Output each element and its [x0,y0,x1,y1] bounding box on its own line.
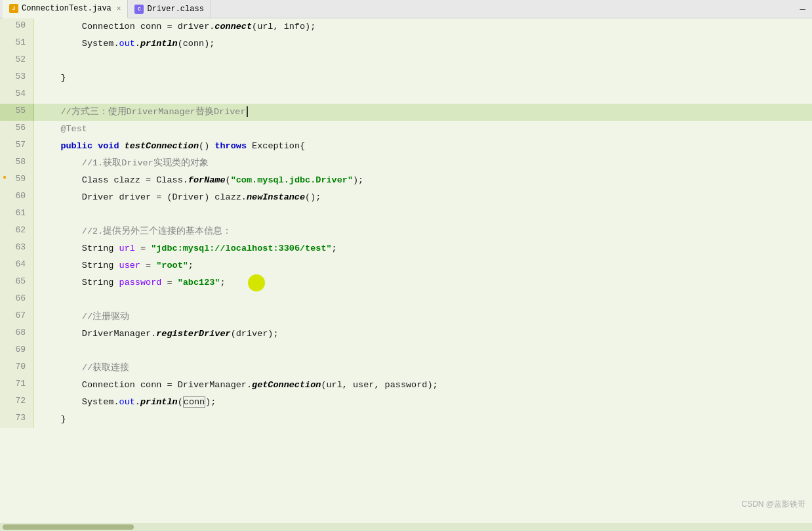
watermark: CSDN @蓝影铁哥 [741,499,805,510]
table-row: 51 System.out.println(conn); [0,35,812,53]
line-number: 66 [0,291,34,308]
java-file-icon: J [9,4,18,13]
line-number: 56 [0,121,34,138]
line-content: Class clazz = Class.forName("com.mysql.j… [34,172,812,189]
line-content: //方式三：使用DriverManager替换Driver [34,104,812,121]
table-row: 54 [0,87,812,104]
table-row: 60 Driver driver = (Driver) clazz.newIns… [0,189,812,206]
tab-connection-test[interactable]: J ConnectionTest.java ✕ [3,0,128,18]
line-content: public void testConnection() throws Exce… [34,138,812,155]
line-content: String password = "abc123"; [34,274,812,291]
line-number: 65 [0,274,34,291]
table-row: 57 public void testConnection() throws E… [0,138,812,155]
line-content: } [34,70,812,87]
minimize-button[interactable]: — [796,4,809,14]
tab-bar: J ConnectionTest.java ✕ C Driver.class — [0,0,812,18]
table-row: 72 System.out.println(conn); [0,394,812,411]
table-row: 53 } [0,70,812,87]
tab-driver-class[interactable]: C Driver.class [128,0,211,18]
tab-label-connection-test: ConnectionTest.java [22,4,112,13]
table-row: 61 [0,206,812,223]
editor-container: J ConnectionTest.java ✕ C Driver.class —… [0,0,812,531]
table-row: 65 String password = "abc123"; [0,274,812,291]
line-content: } [34,411,812,428]
line-number: 60 [0,189,34,206]
table-row: 70 //获取连接 [0,360,812,377]
line-number: ●59 [0,172,34,189]
line-content: String url = "jdbc:mysql://localhost:330… [34,240,812,257]
line-content: Connection conn = driver.connect(url, in… [34,18,812,35]
line-content: //获取连接 [34,360,812,377]
line-number: 51 [0,35,34,53]
table-row: 58 //1.获取Driver实现类的对象 [0,155,812,172]
line-number: 73 [0,411,34,428]
line-number: 61 [0,206,34,223]
line-content [34,343,812,360]
table-row: 63 String url = "jdbc:mysql://localhost:… [0,240,812,257]
scrollbar-thumb[interactable] [3,524,134,530]
tab-label-driver-class: Driver.class [147,5,203,14]
table-row: 52 [0,53,812,70]
line-number: 72 [0,394,34,411]
line-number: 62 [0,223,34,240]
line-content: System.out.println(conn); [34,35,812,53]
code-area: 50 Connection conn = driver.connect(url,… [0,18,812,523]
class-file-icon: C [134,5,144,14]
table-row: 56 @Test [0,121,812,138]
line-number: 63 [0,240,34,257]
line-content: System.out.println(conn); [34,394,812,411]
line-content: //2.提供另外三个连接的基本信息： [34,223,812,240]
line-number: 55 [0,104,34,121]
table-row: 50 Connection conn = driver.connect(url,… [0,18,812,35]
tab-close-icon[interactable]: ✕ [117,4,121,12]
line-number: 58 [0,155,34,172]
line-number: 54 [0,87,34,104]
table-row: 62 //2.提供另外三个连接的基本信息： [0,223,812,240]
line-content [34,206,812,223]
table-row: 73 } [0,411,812,428]
line-content [34,87,812,104]
table-row: 66 [0,291,812,308]
table-row: 69 [0,343,812,360]
line-number: 67 [0,308,34,326]
table-row: ●59 Class clazz = Class.forName("com.mys… [0,172,812,189]
line-number: 57 [0,138,34,155]
line-content: Connection conn = DriverManager.getConne… [34,377,812,394]
horizontal-scrollbar[interactable] [0,523,812,531]
line-content [34,53,812,70]
line-content: String user = "root"; [34,257,812,274]
table-row: 71 Connection conn = DriverManager.getCo… [0,377,812,394]
line-content [34,291,812,308]
table-row: 67 //注册驱动 [0,308,812,326]
line-content: //注册驱动 [34,308,812,326]
line-content: //1.获取Driver实现类的对象 [34,155,812,172]
line-number: 71 [0,377,34,394]
line-number: 70 [0,360,34,377]
line-content: @Test [34,121,812,138]
table-row: 55 //方式三：使用DriverManager替换Driver [0,104,812,121]
conn-underline: conn [183,396,205,408]
line-number: 68 [0,326,34,343]
table-row: 64 String user = "root"; [0,257,812,274]
table-row: 68 DriverManager.registerDriver(driver); [0,326,812,343]
line-number: 64 [0,257,34,274]
window-controls: — [796,4,809,14]
line-number: 52 [0,53,34,70]
line-content: DriverManager.registerDriver(driver); [34,326,812,343]
line-number: 69 [0,343,34,360]
line-number: 53 [0,70,34,87]
line-number: 50 [0,18,34,35]
line-content: Driver driver = (Driver) clazz.newInstan… [34,189,812,206]
